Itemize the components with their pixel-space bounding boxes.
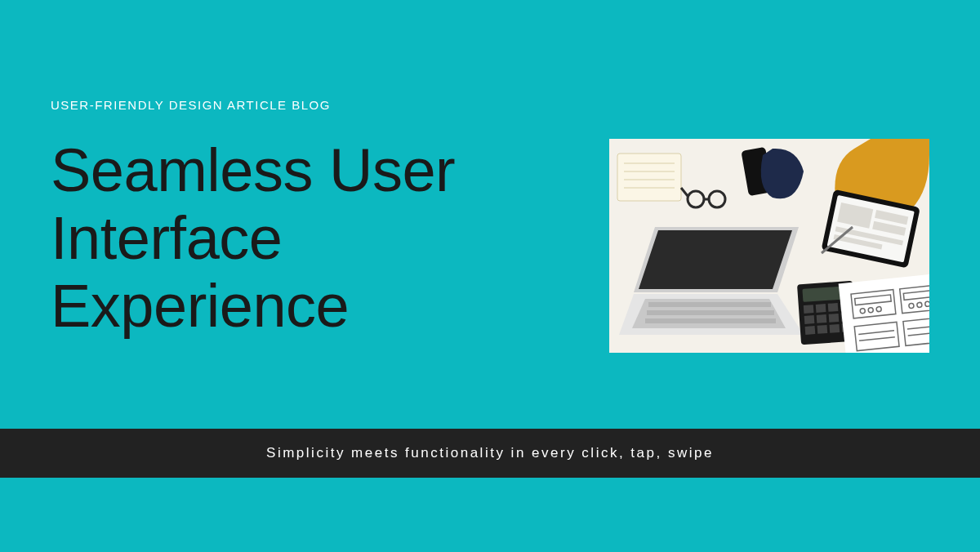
svg-rect-40 [830, 324, 840, 333]
svg-rect-26 [647, 310, 774, 315]
svg-rect-31 [816, 304, 826, 313]
svg-rect-36 [829, 314, 840, 323]
tagline-text: Simplicity meets functionality in every … [266, 445, 714, 461]
svg-rect-32 [828, 303, 839, 312]
svg-rect-38 [805, 326, 816, 335]
tagline-bar: Simplicity meets functionality in every … [0, 429, 980, 478]
svg-rect-27 [645, 318, 776, 323]
page-headline: Seamless User Interface Experience [51, 137, 573, 341]
svg-marker-22 [639, 230, 792, 289]
svg-rect-35 [817, 314, 827, 323]
eyebrow-label: USER-FRIENDLY DESIGN ARTICLE BLOG [51, 98, 331, 112]
svg-rect-34 [804, 315, 815, 324]
svg-rect-25 [648, 302, 771, 307]
svg-rect-30 [804, 305, 814, 314]
svg-rect-1 [617, 154, 681, 201]
ux-workspace-photo [609, 139, 929, 353]
svg-rect-39 [817, 325, 828, 334]
